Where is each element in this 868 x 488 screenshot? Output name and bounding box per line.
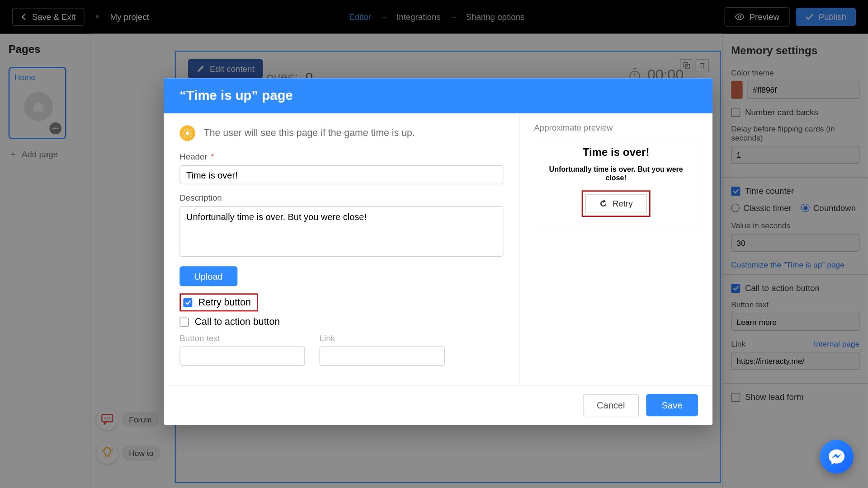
modal-button-text-label: Button text [179, 333, 305, 343]
preview-retry-label: Retry [613, 199, 633, 208]
messenger-icon [828, 448, 846, 466]
timeup-modal: “Time is up” page The user will see this… [164, 78, 712, 425]
modal-link-label: Link [320, 333, 445, 343]
retry-button-highlight: Retry button [179, 293, 258, 311]
modal-cta-checkbox[interactable] [179, 317, 189, 326]
refresh-icon [599, 199, 608, 208]
header-input[interactable] [179, 165, 503, 184]
messenger-fab[interactable] [820, 440, 854, 474]
cancel-button[interactable]: Cancel [583, 394, 639, 416]
preview-retry-button[interactable]: Retry [585, 194, 646, 213]
preview-box: Time is over! Unfortunally time is over.… [534, 139, 698, 229]
modal-button-text-input[interactable] [179, 347, 305, 366]
retry-button-checkbox[interactable] [183, 298, 192, 307]
preview-description: Unfortunally time is over. But you were … [538, 165, 694, 182]
description-textarea[interactable] [179, 206, 503, 257]
upload-button[interactable]: Upload [179, 266, 237, 286]
modal-title: “Time is up” page [164, 78, 712, 113]
description-field-label: Description [179, 193, 503, 202]
preview-title: Time is over! [538, 146, 694, 159]
modal-cta-label: Call to action button [195, 316, 280, 327]
retry-button-label: Retry button [198, 297, 251, 308]
svg-point-8 [186, 131, 189, 135]
approx-preview-label: Approximate preview [534, 123, 698, 132]
header-field-label: Header* [179, 152, 503, 161]
modal-hint: The user will see this page if the game … [204, 128, 415, 139]
modal-link-input[interactable] [320, 347, 445, 366]
preview-retry-highlight: Retry [582, 190, 650, 217]
sun-icon [179, 125, 195, 141]
save-button[interactable]: Save [646, 394, 698, 416]
check-icon [185, 300, 191, 305]
